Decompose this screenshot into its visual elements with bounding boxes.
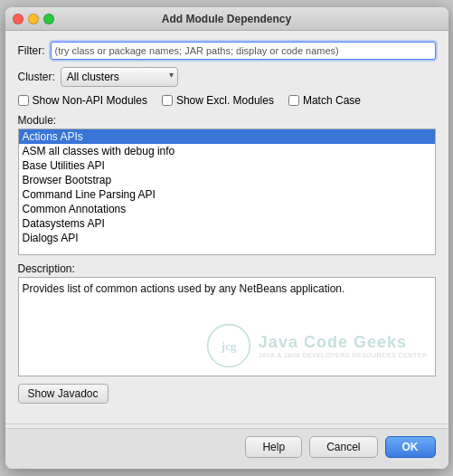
cluster-label: Cluster: xyxy=(18,71,55,83)
module-list-item[interactable]: Browser Bootstrap xyxy=(19,173,435,187)
cancel-button[interactable]: Cancel xyxy=(309,436,377,458)
jcg-subtitle: JAVA & JAVA DEVELOPERS RESOURCES CENTER xyxy=(259,352,428,358)
close-button[interactable] xyxy=(13,14,24,24)
show-javadoc-button[interactable]: Show Javadoc xyxy=(18,384,109,404)
maximize-button[interactable] xyxy=(43,14,54,24)
cluster-select-wrapper: All clusters Platform IDE Extra xyxy=(61,67,178,87)
module-list-item[interactable]: ASM all classes with debug info xyxy=(19,144,435,158)
help-button[interactable]: Help xyxy=(245,436,302,458)
traffic-lights xyxy=(13,14,54,24)
module-list-item[interactable]: Actions APIs xyxy=(19,129,435,144)
module-list[interactable]: Actions APIsASM all classes with debug i… xyxy=(18,129,436,255)
button-row: Help Cancel OK xyxy=(5,428,448,469)
window: Add Module Dependency Filter: Cluster: A… xyxy=(5,7,448,469)
show-non-api-checkbox[interactable] xyxy=(18,95,29,106)
cluster-select[interactable]: All clusters Platform IDE Extra xyxy=(61,67,178,87)
match-case-label: Match Case xyxy=(303,94,361,107)
module-list-item[interactable]: Command Line Parsing API xyxy=(19,187,435,202)
show-excl-checkbox-item[interactable]: Show Excl. Modules xyxy=(162,94,274,107)
svg-text:jcg: jcg xyxy=(220,339,236,353)
window-title: Add Module Dependency xyxy=(162,13,291,25)
module-list-item[interactable]: Common Annotations xyxy=(19,202,435,216)
show-non-api-checkbox-item[interactable]: Show Non-API Modules xyxy=(18,94,147,107)
cluster-row: Cluster: All clusters Platform IDE Extra xyxy=(18,67,436,87)
module-label: Module: xyxy=(18,114,436,127)
module-list-item[interactable]: Base Utilities API xyxy=(19,158,435,173)
description-text: Provides list of common actions used by … xyxy=(23,282,345,295)
show-javadoc-row: Show Javadoc xyxy=(18,384,436,404)
checkboxes-row: Show Non-API Modules Show Excl. Modules … xyxy=(18,94,436,107)
filter-row: Filter: xyxy=(18,42,436,60)
jcg-brand-text: Java Code Geeks JAVA & JAVA DEVELOPERS R… xyxy=(259,333,428,358)
show-excl-checkbox[interactable] xyxy=(162,95,173,106)
divider xyxy=(5,424,448,424)
match-case-checkbox[interactable] xyxy=(288,95,299,106)
match-case-checkbox-item[interactable]: Match Case xyxy=(288,94,361,107)
main-content: Filter: Cluster: All clusters Platform I… xyxy=(5,31,448,424)
show-non-api-label: Show Non-API Modules xyxy=(33,94,147,107)
show-excl-label: Show Excl. Modules xyxy=(176,94,274,107)
title-bar: Add Module Dependency xyxy=(5,7,448,31)
jcg-logo-icon: jcg xyxy=(206,323,251,368)
watermark: jcg Java Code Geeks JAVA & JAVA DEVELOPE… xyxy=(206,323,428,368)
jcg-brand-name: Java Code Geeks xyxy=(259,333,428,352)
module-list-item[interactable]: Dialogs API xyxy=(19,231,435,245)
description-box: Provides list of common actions used by … xyxy=(18,277,436,376)
filter-input[interactable] xyxy=(51,42,436,60)
minimize-button[interactable] xyxy=(28,14,39,24)
filter-label: Filter: xyxy=(18,44,45,57)
description-label: Description: xyxy=(18,262,436,275)
ok-button[interactable]: OK xyxy=(385,436,436,458)
module-list-item[interactable]: Datasystems API xyxy=(19,216,435,231)
